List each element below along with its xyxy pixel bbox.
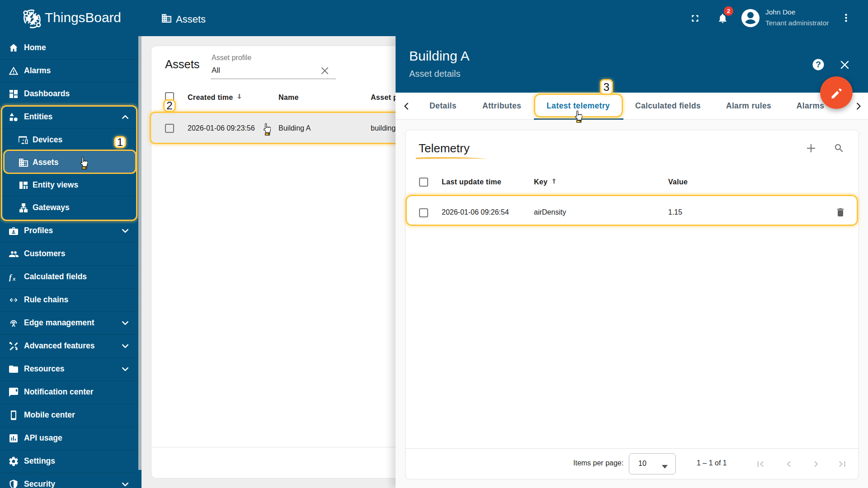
svg-text:x: x [12, 275, 16, 282]
svg-text:f: f [9, 273, 13, 282]
svg-text:?: ? [816, 60, 821, 69]
